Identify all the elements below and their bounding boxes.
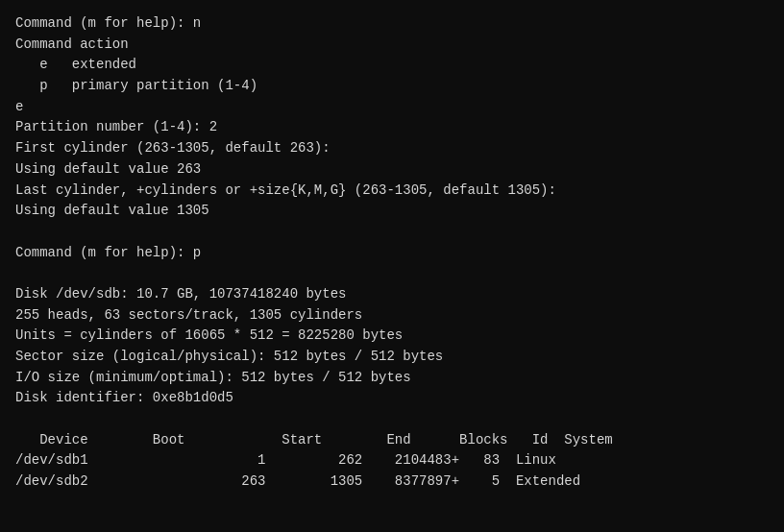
terminal-line: First cylinder (263-1305, default 263): xyxy=(15,138,769,159)
terminal-line: Using default value 1305 xyxy=(15,201,769,222)
terminal-line xyxy=(15,409,769,430)
terminal-line: e xyxy=(15,97,769,118)
terminal: Command (m for help): nCommand action e … xyxy=(0,0,784,532)
terminal-line: Disk identifier: 0xe8b1d0d5 xyxy=(15,388,769,409)
terminal-line: Sector size (logical/physical): 512 byte… xyxy=(15,347,769,368)
terminal-line: Partition number (1-4): 2 xyxy=(15,117,769,138)
terminal-line: Command action xyxy=(15,35,769,56)
terminal-line: I/O size (minimum/optimal): 512 bytes / … xyxy=(15,368,769,389)
terminal-line: 255 heads, 63 sectors/track, 1305 cylind… xyxy=(15,305,769,326)
table-header-row: Device Boot Start End Blocks Id System xyxy=(15,430,769,451)
terminal-line: Last cylinder, +cylinders or +size{K,M,G… xyxy=(15,181,769,202)
terminal-line: Command (m for help): n xyxy=(15,13,769,35)
terminal-line: Disk /dev/sdb: 10.7 GB, 10737418240 byte… xyxy=(15,284,769,305)
terminal-line xyxy=(15,263,769,284)
terminal-line: Using default value 263 xyxy=(15,159,769,181)
terminal-line: p primary partition (1-4) xyxy=(15,76,769,97)
table-data-row: /dev/sdb2 263 1305 8377897+ 5 Extended xyxy=(15,472,769,493)
terminal-line: Command (m for help): p xyxy=(15,243,769,264)
terminal-line: Units = cylinders of 16065 * 512 = 82252… xyxy=(15,326,769,347)
terminal-line: e extended xyxy=(15,55,769,76)
terminal-line xyxy=(15,222,769,243)
table-data-row: /dev/sdb1 1 262 2104483+ 83 Linux xyxy=(15,450,769,472)
